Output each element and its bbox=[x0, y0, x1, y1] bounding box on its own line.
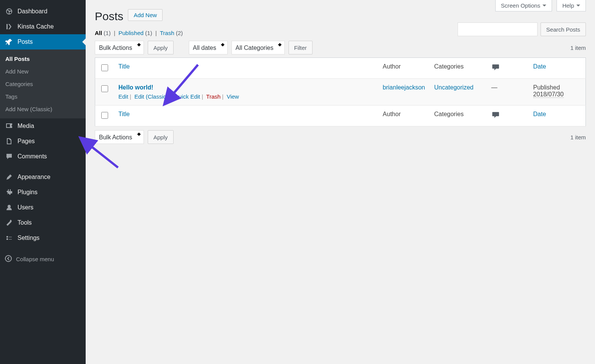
screen-options-tab[interactable]: Screen Options bbox=[495, 0, 552, 11]
posts-table: Title Author Categories Date Hello world… bbox=[95, 57, 586, 126]
tools-icon bbox=[5, 219, 14, 227]
submenu-add-new[interactable]: Add New bbox=[0, 65, 86, 78]
filter-published[interactable]: Published bbox=[118, 30, 144, 36]
col-comments bbox=[487, 58, 529, 79]
date-stamp: 2018/07/30 bbox=[533, 91, 564, 98]
sidebar-item-label: Tools bbox=[18, 219, 32, 226]
sidebar-item-label: Appearance bbox=[18, 174, 50, 180]
page-icon bbox=[5, 137, 14, 145]
bulk-actions-select-bottom[interactable]: Bulk Actions bbox=[95, 130, 144, 144]
filter-published-count: (1) bbox=[145, 30, 152, 36]
sidebar-item-label: Media bbox=[18, 123, 34, 129]
select-all-checkbox[interactable] bbox=[101, 64, 108, 71]
categories-select[interactable]: All Categories bbox=[231, 41, 285, 54]
submenu-add-new-classic[interactable]: Add New (Classic) bbox=[0, 103, 86, 115]
sidebar-item-appearance[interactable]: Appearance bbox=[0, 169, 86, 185]
triangle-down-icon bbox=[542, 5, 546, 8]
action-quick-edit[interactable]: Quick Edit bbox=[174, 93, 200, 100]
add-new-button[interactable]: Add New bbox=[128, 9, 163, 21]
admin-sidebar: Dashboard Kinsta Cache Posts All Posts A… bbox=[0, 0, 86, 364]
bulk-actions-select[interactable]: Bulk Actions bbox=[95, 41, 144, 54]
comment-icon bbox=[491, 111, 500, 119]
date-status: Published bbox=[533, 84, 581, 91]
apply-button[interactable]: Apply bbox=[148, 41, 174, 54]
search-button[interactable]: Search Posts bbox=[541, 22, 586, 36]
submenu-all-posts[interactable]: All Posts bbox=[0, 53, 86, 65]
media-icon bbox=[5, 122, 14, 130]
select-all-checkbox-bottom[interactable] bbox=[101, 112, 108, 119]
sidebar-item-posts[interactable]: Posts bbox=[0, 34, 86, 49]
sidebar-item-label: Posts bbox=[18, 38, 33, 45]
sidebar-item-kinsta-cache[interactable]: Kinsta Cache bbox=[0, 19, 86, 34]
sidebar-item-dashboard[interactable]: Dashboard bbox=[0, 4, 86, 19]
col-title-bottom[interactable]: Title bbox=[118, 111, 130, 117]
sidebar-item-tools[interactable]: Tools bbox=[0, 215, 86, 230]
collapse-menu[interactable]: Collapse menu bbox=[0, 251, 86, 267]
page-title: Posts bbox=[95, 10, 123, 23]
sidebar-item-media[interactable]: Media bbox=[0, 118, 86, 134]
help-label: Help bbox=[562, 2, 574, 9]
col-categories: Categories bbox=[430, 58, 487, 79]
col-comments-bottom bbox=[487, 105, 529, 126]
sidebar-item-pages[interactable]: Pages bbox=[0, 134, 86, 149]
action-edit-classic[interactable]: Edit (Classic) bbox=[134, 93, 168, 100]
sidebar-item-label: Users bbox=[18, 204, 33, 211]
author-link[interactable]: brianleejackson bbox=[383, 84, 425, 91]
kinsta-icon bbox=[5, 23, 14, 30]
submenu-tags[interactable]: Tags bbox=[0, 90, 86, 103]
appearance-icon bbox=[5, 173, 14, 181]
settings-icon bbox=[5, 234, 14, 242]
sidebar-item-label: Pages bbox=[18, 138, 35, 145]
main-content: Screen Options Help Posts Add New All (1… bbox=[86, 0, 595, 364]
sidebar-item-users[interactable]: Users bbox=[0, 200, 86, 215]
sidebar-item-label: Comments bbox=[18, 153, 47, 160]
table-row: Hello world! Edit| Edit (Classic)| Quick… bbox=[95, 79, 586, 105]
triangle-down-icon bbox=[576, 5, 580, 8]
users-icon bbox=[5, 204, 14, 211]
sidebar-item-label: Settings bbox=[18, 235, 40, 241]
col-author: Author bbox=[378, 58, 429, 79]
col-date-bottom[interactable]: Date bbox=[533, 111, 546, 117]
sidebar-item-label: Dashboard bbox=[18, 8, 47, 15]
item-count-bottom: 1 item bbox=[570, 134, 586, 140]
submenu-categories[interactable]: Categories bbox=[0, 78, 86, 90]
action-edit[interactable]: Edit bbox=[118, 93, 128, 100]
col-author-bottom: Author bbox=[378, 105, 429, 126]
sidebar-item-label: Kinsta Cache bbox=[18, 23, 54, 30]
sidebar-submenu: All Posts Add New Categories Tags Add Ne… bbox=[0, 49, 86, 118]
sidebar-item-settings[interactable]: Settings bbox=[0, 230, 86, 246]
comments-icon bbox=[5, 153, 14, 160]
category-link[interactable]: Uncategorized bbox=[434, 84, 474, 91]
post-title-link[interactable]: Hello world! bbox=[118, 84, 153, 91]
collapse-icon bbox=[5, 255, 12, 263]
plugin-icon bbox=[5, 188, 14, 196]
sidebar-item-plugins[interactable]: Plugins bbox=[0, 185, 86, 200]
row-actions: Edit| Edit (Classic)| Quick Edit| Trash|… bbox=[118, 93, 373, 100]
sidebar-item-label: Plugins bbox=[18, 189, 37, 196]
svg-point-0 bbox=[5, 255, 11, 262]
action-view[interactable]: View bbox=[227, 93, 239, 100]
apply-button-bottom[interactable]: Apply bbox=[148, 130, 174, 144]
row-checkbox[interactable] bbox=[101, 85, 108, 92]
help-tab[interactable]: Help bbox=[557, 0, 586, 11]
dates-select[interactable]: All dates bbox=[189, 41, 228, 54]
action-trash[interactable]: Trash bbox=[206, 93, 221, 100]
search-input[interactable] bbox=[458, 22, 538, 36]
dashboard-icon bbox=[5, 8, 14, 15]
screen-options-label: Screen Options bbox=[501, 2, 540, 9]
filter-trash-count: (2) bbox=[176, 30, 183, 36]
pin-icon bbox=[5, 38, 14, 46]
comments-cell: — bbox=[487, 79, 529, 105]
col-title[interactable]: Title bbox=[118, 63, 130, 70]
item-count: 1 item bbox=[570, 45, 586, 51]
filter-all[interactable]: All bbox=[95, 30, 102, 36]
filter-all-count: (1) bbox=[104, 30, 110, 36]
col-categories-bottom: Categories bbox=[430, 105, 487, 126]
filter-button[interactable]: Filter bbox=[289, 41, 313, 54]
comment-icon bbox=[491, 63, 500, 72]
sidebar-item-comments[interactable]: Comments bbox=[0, 149, 86, 164]
col-date[interactable]: Date bbox=[533, 63, 546, 70]
filter-trash[interactable]: Trash bbox=[160, 30, 174, 36]
collapse-label: Collapse menu bbox=[16, 256, 54, 262]
